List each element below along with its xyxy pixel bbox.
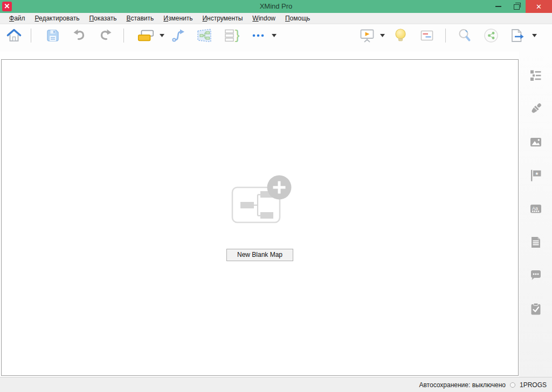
sidebar-format-button[interactable] — [528, 101, 544, 117]
toolbar: } — [0, 25, 552, 52]
svg-text:Aa: Aa — [532, 206, 538, 211]
sidebar-label-button[interactable]: Aa — [528, 201, 544, 217]
comment-icon — [529, 269, 543, 283]
brand-label: 1PROGS — [520, 381, 547, 389]
toolbar-separator — [31, 29, 31, 43]
more-options-icon — [251, 27, 266, 44]
toolbar-separator — [123, 29, 124, 43]
redo-button[interactable] — [96, 26, 115, 45]
chevron-down-icon — [532, 34, 537, 37]
autosave-status: Автосохранение: выключено — [419, 381, 506, 389]
more-tools-button[interactable] — [249, 26, 267, 45]
status-ring-icon — [510, 382, 515, 388]
presentation-dropdown[interactable] — [379, 32, 385, 39]
sidebar-image-button[interactable] — [528, 134, 544, 150]
summary-button[interactable]: } — [222, 26, 240, 45]
boundary-button[interactable] — [195, 26, 213, 45]
search-button[interactable] — [456, 26, 474, 45]
notes-icon — [529, 235, 543, 249]
save-icon — [45, 27, 61, 44]
menu-insert[interactable]: Вставить — [121, 13, 158, 24]
topic-shape-icon — [136, 27, 155, 44]
presentation-button[interactable] — [358, 26, 376, 45]
home-icon — [6, 27, 22, 44]
brainstorming-button[interactable] — [391, 26, 410, 45]
lightbulb-icon — [392, 27, 409, 44]
chevron-down-icon — [380, 34, 385, 37]
svg-text:★: ★ — [535, 171, 539, 176]
summary-icon: } — [223, 27, 239, 44]
status-bar: Автосохранение: выключено 1PROGS — [0, 377, 552, 392]
presentation-icon — [359, 27, 375, 44]
toolbar-separator — [445, 29, 446, 43]
export-button[interactable] — [508, 26, 527, 45]
task-clipboard-icon — [529, 302, 543, 316]
sidebar-tasks-button[interactable] — [528, 301, 544, 317]
more-tools-dropdown[interactable] — [271, 32, 277, 39]
topic-shape-dropdown[interactable] — [158, 32, 165, 39]
minimize-icon — [495, 6, 501, 7]
chevron-down-icon — [160, 34, 164, 37]
menu-tools[interactable]: Инструменты — [197, 13, 247, 24]
relationship-button[interactable] — [169, 26, 188, 45]
relationship-icon — [170, 27, 187, 44]
title-bar: ✕ XMind Pro ✕ — [0, 0, 552, 13]
new-blank-map-button[interactable]: New Blank Map — [226, 249, 293, 261]
window-title: XMind Pro — [0, 0, 552, 13]
new-map-placeholder[interactable] — [227, 174, 293, 224]
share-icon — [483, 27, 499, 44]
map-canvas[interactable]: New Blank Map — [1, 59, 519, 376]
marker-flag-icon: ★ — [529, 169, 543, 183]
window-controls: ✕ — [489, 0, 552, 13]
menu-bar: Файл Редактировать Показать Вставить Изм… — [0, 13, 552, 24]
menu-file[interactable]: Файл — [4, 13, 30, 24]
sidebar-comments-button[interactable] — [528, 268, 544, 284]
save-button[interactable] — [44, 26, 62, 45]
gantt-chart-button[interactable] — [418, 26, 436, 45]
redo-icon — [98, 27, 114, 44]
share-button[interactable] — [482, 26, 500, 45]
menu-view[interactable]: Показать — [84, 13, 121, 24]
maximize-button[interactable] — [507, 0, 526, 13]
sidebar-outline-button[interactable] — [528, 67, 544, 83]
menu-edit[interactable]: Редактировать — [30, 13, 85, 24]
topic-shape-button[interactable] — [136, 26, 155, 45]
label-icon: Aa — [529, 202, 543, 216]
new-map-graphic-icon — [227, 174, 293, 224]
undo-button[interactable] — [70, 26, 88, 45]
format-brush-icon — [529, 102, 543, 116]
outline-icon — [529, 68, 543, 82]
chevron-down-icon — [272, 34, 277, 37]
boundary-icon — [195, 27, 213, 44]
menu-help[interactable]: Помощь — [280, 13, 315, 24]
menu-window[interactable]: Window — [247, 13, 280, 24]
minimize-button[interactable] — [489, 0, 507, 13]
gantt-chart-icon — [419, 27, 435, 44]
close-button[interactable]: ✕ — [526, 0, 552, 13]
search-icon — [457, 27, 473, 44]
xmind-window: ✕ XMind Pro ✕ Файл Редактировать Показат… — [0, 0, 552, 392]
svg-text:}: } — [233, 28, 239, 43]
restore-icon — [514, 4, 520, 10]
right-sidebar: ★ Aa — [519, 52, 552, 377]
image-icon — [529, 135, 543, 149]
export-icon — [509, 27, 526, 44]
home-button[interactable] — [5, 26, 23, 45]
menu-modify[interactable]: Изменить — [158, 13, 197, 24]
sidebar-marker-button[interactable]: ★ — [528, 167, 544, 184]
export-dropdown[interactable] — [531, 32, 537, 39]
sidebar-notes-button[interactable] — [528, 234, 544, 250]
undo-icon — [71, 27, 87, 44]
